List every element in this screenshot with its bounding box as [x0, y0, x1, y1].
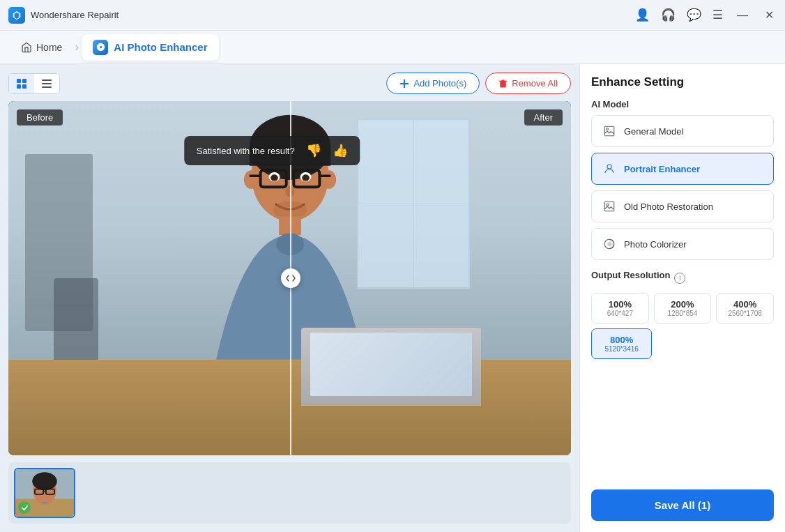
left-panel: Add Photo(s) Remove All: [0, 64, 579, 532]
res-400-pct: 400%: [719, 299, 770, 310]
remove-all-label: Remove All: [512, 78, 558, 89]
chat-icon[interactable]: 💬: [687, 8, 701, 22]
old-photo-icon: [602, 199, 617, 214]
enhance-title: Enhance Setting: [591, 75, 774, 89]
resolution-800-button[interactable]: 800% 5120*3416: [591, 328, 652, 359]
close-button[interactable]: ✕: [762, 7, 777, 23]
svg-point-37: [607, 204, 609, 206]
view-toggles: [8, 73, 60, 94]
grid-view-button[interactable]: [9, 74, 34, 93]
svg-rect-0: [17, 79, 21, 83]
app-title: Wondershare Repairit: [31, 10, 119, 20]
list-icon: [41, 78, 52, 89]
nav-separator: ›: [75, 40, 79, 54]
portrait-enhancer-label: Portrait Enhancer: [624, 164, 700, 174]
headset-icon[interactable]: 🎧: [661, 8, 676, 22]
svg-rect-5: [42, 83, 52, 84]
ai-model-section: AI Model General Model: [591, 99, 774, 260]
titlebar-controls: 👤 🎧 💬 ☰ — ✕: [635, 7, 777, 23]
svg-rect-3: [22, 84, 26, 89]
general-model-label: General Model: [624, 126, 683, 137]
svg-rect-36: [604, 202, 614, 211]
svg-point-15: [270, 174, 278, 181]
active-tab-label: AI Photo Enhancer: [114, 41, 207, 53]
remove-all-button[interactable]: Remove All: [485, 73, 571, 94]
model-option-portrait[interactable]: Portrait Enhancer: [591, 153, 774, 185]
model-option-general[interactable]: General Model: [591, 115, 774, 147]
thumbs-down-button[interactable]: 👎: [306, 143, 321, 158]
main-layout: Add Photo(s) Remove All: [0, 64, 785, 532]
res-400-dim: 2560*1708: [719, 310, 770, 317]
home-icon: [21, 42, 32, 53]
satisfaction-popup: Satisfied with the result? 👎 👍: [184, 136, 360, 165]
account-icon[interactable]: 👤: [635, 8, 650, 22]
titlebar-left: Wondershare Repairit: [8, 7, 119, 24]
thumbnail-strip: [8, 462, 571, 524]
res-800-dim: 5120*3416: [595, 345, 648, 353]
resolution-section: Output Resolution i 100% 640*427 200% 12…: [591, 270, 774, 359]
trash-icon: [498, 79, 508, 88]
old-photo-label: Old Photo Restoration: [624, 202, 713, 212]
satisfaction-text: Satisfied with the result?: [197, 146, 295, 156]
tab-icon: [93, 40, 108, 55]
output-resolution-label: Output Resolution: [591, 270, 670, 280]
toolbar: Add Photo(s) Remove All: [8, 73, 571, 94]
grid-icon: [16, 78, 27, 89]
ai-model-label: AI Model: [591, 99, 774, 109]
list-view-button[interactable]: [34, 74, 59, 93]
svg-point-35: [607, 165, 611, 169]
photo-viewer: Before After Satisfied with the result? …: [8, 101, 571, 455]
svg-rect-4: [42, 79, 52, 81]
titlebar: Wondershare Repairit 👤 🎧 💬 ☰ — ✕: [0, 0, 785, 31]
res-800-pct: 800%: [595, 335, 648, 345]
add-photos-label: Add Photo(s): [413, 78, 466, 89]
thumbs-up-button[interactable]: 👍: [333, 143, 348, 158]
home-nav-item[interactable]: Home: [11, 38, 72, 57]
divider-handle[interactable]: [281, 268, 300, 288]
svg-point-29: [32, 472, 56, 490]
resolution-200-button[interactable]: 200% 1280*854: [654, 293, 712, 324]
chevron-both-icon: [286, 273, 296, 283]
resolution-100-button[interactable]: 100% 640*427: [591, 293, 649, 324]
portrait-icon: [602, 161, 617, 176]
res-100-dim: 640*427: [595, 310, 646, 317]
svg-point-11: [243, 170, 258, 188]
thumbnail-check-icon: [18, 501, 31, 514]
svg-point-16: [302, 174, 310, 181]
minimize-button[interactable]: —: [734, 8, 751, 23]
active-tab[interactable]: AI Photo Enhancer: [82, 34, 218, 61]
add-photos-button[interactable]: Add Photo(s): [386, 73, 480, 94]
model-option-old-photo[interactable]: Old Photo Restoration: [591, 190, 774, 222]
menu-icon[interactable]: ☰: [712, 8, 723, 22]
home-label: Home: [36, 42, 62, 53]
resolution-grid: 100% 640*427 200% 1280*854 400% 2560*170…: [591, 293, 774, 324]
res-200-pct: 200%: [657, 299, 708, 310]
checkmark-icon: [21, 504, 29, 512]
svg-rect-33: [604, 126, 614, 136]
resolution-400-button[interactable]: 400% 2560*1708: [716, 293, 774, 324]
photo-colorizer-label: Photo Colorizer: [624, 239, 687, 250]
app-icon: [8, 7, 25, 24]
svg-point-12: [321, 170, 336, 188]
laptop: [301, 328, 481, 406]
svg-rect-2: [17, 84, 21, 89]
svg-rect-1: [22, 79, 26, 83]
add-icon: [399, 79, 409, 89]
svg-point-34: [607, 128, 609, 130]
save-all-button[interactable]: Save All (1): [591, 489, 774, 521]
general-model-icon: [602, 123, 617, 139]
svg-rect-6: [42, 86, 52, 88]
after-label: After: [524, 109, 563, 126]
info-icon[interactable]: i: [674, 273, 685, 284]
colorizer-icon: [602, 236, 617, 252]
res-200-dim: 1280*854: [657, 310, 708, 317]
before-label: Before: [17, 109, 63, 126]
svg-point-40: [608, 243, 611, 246]
res-100-pct: 100%: [595, 299, 646, 310]
navbar: Home › AI Photo Enhancer: [0, 31, 785, 64]
thumbnail-item[interactable]: [14, 468, 75, 518]
resolution-label-row: Output Resolution i: [591, 270, 774, 286]
model-option-colorizer[interactable]: Photo Colorizer: [591, 228, 774, 260]
right-panel: Enhance Setting AI Model General Model: [579, 64, 785, 532]
